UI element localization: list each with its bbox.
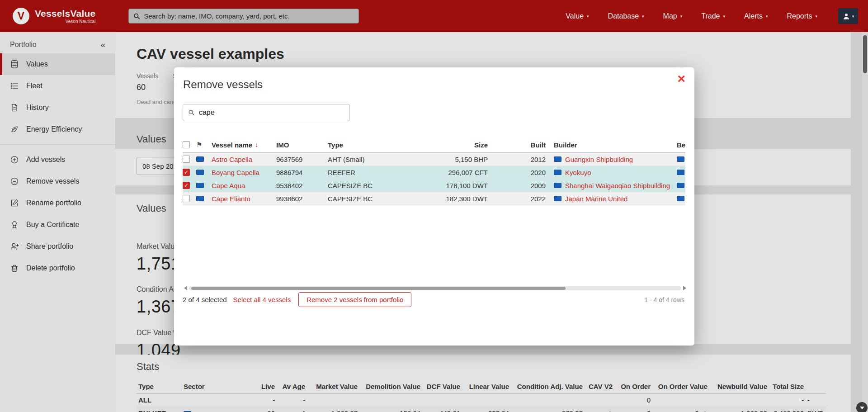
flag-icon: [677, 196, 684, 201]
flag-icon: [196, 170, 204, 175]
row-checkbox[interactable]: [183, 195, 190, 202]
type-cell: REEFER: [328, 169, 396, 176]
builder-cell: Kyokuyo: [546, 169, 677, 176]
select-all-link[interactable]: Select all 4 vessels: [233, 296, 291, 303]
beneficial-owner-cell: [677, 156, 685, 162]
flag-icon: [677, 183, 684, 188]
builder-link[interactable]: Japan Marine United: [565, 195, 627, 203]
vessels-table: ⚑ Vessel name↓ IMO Type Size Built Build…: [183, 137, 685, 205]
horizontal-scrollbar[interactable]: [184, 285, 686, 291]
built-cell: 2020: [488, 169, 546, 176]
remove-vessels-modal: Remove vessels × ⚑ Vessel name↓ IMO Type…: [174, 67, 694, 346]
beneficial-owner-cell: [677, 183, 685, 188]
chevron-down-icon: [860, 407, 864, 409]
vessel-name-link[interactable]: Boyang Capella: [212, 169, 259, 176]
rows-count-text: 1 - 4 of 4 rows: [644, 296, 684, 303]
search-icon: [188, 109, 195, 116]
type-cell: AHT (Small): [328, 156, 396, 163]
col-built[interactable]: Built: [488, 141, 546, 149]
col-size[interactable]: Size: [396, 141, 488, 149]
size-cell: 5,150 BHP: [396, 156, 488, 163]
vessel-search[interactable]: [183, 104, 350, 121]
flag-icon: [196, 183, 204, 188]
table-row-cape-aqua[interactable]: Cape Aqua 9538402 CAPESIZE BC 178,100 DW…: [183, 179, 685, 192]
row-checkbox[interactable]: [183, 182, 190, 189]
builder-link[interactable]: Guangxin Shipbuilding: [565, 156, 633, 163]
builder-link[interactable]: Shanghai Waigaoqiao Shipbuilding: [565, 182, 670, 189]
built-cell: 2009: [488, 182, 546, 189]
scroll-left-icon[interactable]: [184, 286, 187, 290]
imo-cell: 9637569: [276, 156, 328, 163]
built-cell: 2022: [488, 195, 546, 203]
scrollbar-thumb[interactable]: [191, 287, 566, 290]
imo-cell: 9938602: [276, 195, 328, 203]
size-cell: 296,007 CFT: [396, 169, 488, 176]
flag-icon: [196, 196, 204, 201]
scroll-down-button[interactable]: [856, 402, 868, 412]
col-builder[interactable]: Builder: [546, 141, 677, 149]
flag-icon: [554, 156, 561, 162]
vessel-search-input[interactable]: [199, 109, 344, 117]
table-row-cape-elianto[interactable]: Cape Elianto 9938602 CAPESIZE BC 182,300…: [183, 192, 685, 205]
flag-icon: [554, 170, 561, 175]
flag-icon: [196, 156, 204, 162]
selected-count-text: 2 of 4 selected: [183, 296, 227, 303]
builder-link[interactable]: Kyokuyo: [565, 169, 591, 176]
vessel-name-link[interactable]: Cape Elianto: [212, 195, 250, 203]
flag-column-icon: ⚑: [196, 141, 202, 149]
size-cell: 182,300 DWT: [396, 195, 488, 203]
table-row-astro-capella[interactable]: Astro Capella 9637569 AHT (Small) 5,150 …: [183, 153, 685, 166]
builder-cell: Guangxin Shipbuilding: [546, 156, 677, 163]
table-row-boyang-capella[interactable]: Boyang Capella 9886794 REEFER 296,007 CF…: [183, 166, 685, 179]
built-cell: 2012: [488, 156, 546, 163]
type-cell: CAPESIZE BC: [328, 195, 396, 203]
beneficial-owner-cell: [677, 170, 685, 175]
col-type[interactable]: Type: [328, 141, 396, 149]
builder-cell: Japan Marine United: [546, 195, 677, 203]
imo-cell: 9538402: [276, 182, 328, 189]
vessels-table-header: ⚑ Vessel name↓ IMO Type Size Built Build…: [183, 137, 685, 153]
col-imo[interactable]: IMO: [276, 141, 328, 149]
scroll-right-icon[interactable]: [683, 286, 686, 290]
flag-icon: [677, 170, 684, 175]
vessel-name-link[interactable]: Cape Aqua: [212, 182, 245, 189]
size-cell: 178,100 DWT: [396, 182, 488, 189]
flag-icon: [554, 183, 561, 188]
row-checkbox[interactable]: [183, 169, 190, 176]
modal-title: Remove vessels: [183, 78, 263, 91]
type-cell: CAPESIZE BC: [328, 182, 396, 189]
row-checkbox[interactable]: [183, 156, 190, 163]
vessel-name-link[interactable]: Astro Capella: [212, 156, 252, 163]
modal-footer: 2 of 4 selected Select all 4 vessels Rem…: [183, 292, 684, 307]
sort-desc-icon: ↓: [255, 141, 258, 148]
col-vessel-name[interactable]: Vessel name↓: [212, 141, 276, 149]
builder-cell: Shanghai Waigaoqiao Shipbuilding: [546, 182, 677, 189]
scrollbar-track[interactable]: [189, 286, 681, 290]
close-icon[interactable]: ×: [677, 72, 685, 85]
beneficial-owner-cell: [677, 196, 685, 201]
flag-icon: [677, 156, 684, 162]
imo-cell: 9886794: [276, 169, 328, 176]
flag-icon: [554, 196, 561, 201]
remove-vessels-button[interactable]: Remove 2 vessels from portfolio: [298, 292, 411, 307]
select-all-checkbox[interactable]: [183, 141, 190, 148]
col-beneficial-owner[interactable]: Ben: [677, 141, 685, 149]
